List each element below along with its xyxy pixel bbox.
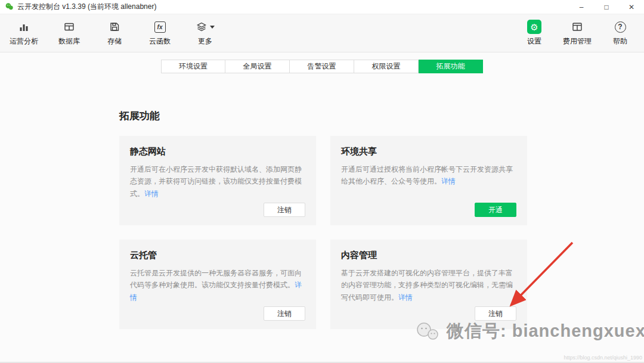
toolbar-item-label: 云函数 (149, 36, 171, 46)
database-icon (63, 20, 75, 34)
card-actions: 注销 (341, 306, 516, 321)
minimize-button[interactable]: – (569, 0, 594, 14)
cloud-function-icon: fx (154, 20, 166, 34)
cloud-run-deactivate-button[interactable]: 注销 (264, 306, 305, 321)
page-title: 拓展功能 (119, 109, 644, 123)
titlebar: 云开发控制台 v1.3.39 (当前环境 allenabner) – □ ✕ (0, 0, 644, 14)
details-link[interactable]: 详情 (144, 190, 159, 198)
toolbar-item-label: 数据库 (58, 36, 80, 46)
toolbar-item-storage[interactable]: 存储 (99, 20, 130, 46)
toolbar-item-label: 运营分析 (10, 36, 38, 46)
card-title: 静态网站 (130, 146, 305, 157)
card-description: 云托管是云开发提供的一种无服务器容器服务，可面向代码等多种对象使用。该功能仅支持… (130, 267, 305, 303)
toolbar-item-label: 费用管理 (563, 36, 592, 46)
feature-cards: 静态网站 开通后可在小程序云开发中获得默认域名、添加网页静态资源，并获得可访问链… (119, 136, 644, 329)
close-button[interactable]: ✕ (619, 0, 644, 14)
window-controls: – □ ✕ (569, 0, 644, 14)
feature-card-cloud-run: 云托管 云托管是云开发提供的一种无服务器容器服务，可面向代码等多种对象使用。该功… (119, 240, 316, 329)
toolbar-item-label: 帮助 (613, 36, 627, 46)
card-actions: 注销 (130, 306, 305, 321)
toolbar-item-help[interactable]: ? 帮助 (605, 20, 636, 46)
card-description: 开通后可在小程序云开发中获得默认域名、添加网页静态资源，并获得可访问链接，该功能… (130, 163, 305, 200)
card-title: 内容管理 (341, 250, 516, 261)
toolbar-item-database[interactable]: 数据库 (54, 20, 85, 46)
card-title: 云托管 (130, 250, 305, 261)
window-title: 云开发控制台 v1.3.39 (当前环境 allenabner) (17, 2, 156, 12)
card-description: 基于云开发搭建的可视化的内容管理平台，提供了丰富的内容管理功能，支持多种类型的可… (341, 267, 516, 303)
toolbar-item-settings[interactable]: ⚙ 设置 (519, 20, 550, 46)
app-window: 云开发控制台 v1.3.39 (当前环境 allenabner) – □ ✕ 运… (0, 0, 644, 363)
card-actions: 开通 (341, 203, 516, 217)
wechat-logo-icon (5, 2, 14, 11)
toolbar-item-label: 更多 (198, 36, 212, 46)
card-actions: 注销 (130, 203, 305, 217)
feature-card-cms: 内容管理 基于云开发搭建的可视化的内容管理平台，提供了丰富的内容管理功能，支持多… (330, 240, 527, 329)
details-link[interactable]: 详情 (398, 293, 413, 302)
toolbar-item-label: 设置 (527, 36, 541, 46)
settings-tabs: 环境设置 全局设置 告警设置 权限设置 拓展功能 (0, 60, 644, 73)
layers-icon (196, 20, 215, 34)
toolbar-item-label: 存储 (107, 36, 122, 46)
toolbar: 运营分析 数据库 (0, 14, 644, 52)
maximize-button[interactable]: □ (594, 0, 619, 14)
static-site-deactivate-button[interactable]: 注销 (264, 203, 305, 217)
bar-chart-icon (18, 20, 30, 34)
toolbar-item-cloud-functions[interactable]: fx 云函数 (144, 20, 175, 46)
tab-env-settings[interactable]: 环境设置 (161, 60, 225, 73)
url-watermark: https://blog.csdn.net/qiushi_1990 (564, 355, 642, 361)
feature-card-static-site: 静态网站 开通后可在小程序云开发中获得默认域名、添加网页静态资源，并获得可访问链… (119, 136, 316, 225)
toolbar-item-analytics[interactable]: 运营分析 (8, 20, 39, 46)
chevron-down-icon (210, 26, 215, 29)
card-description: 开通后可通过授权将当前小程序帐号下云开发资源共享给其他小程序、公众号等使用。详情 (341, 163, 516, 188)
details-link[interactable]: 详情 (441, 177, 456, 185)
storage-icon (109, 20, 120, 34)
card-title: 环境共享 (341, 146, 516, 157)
gear-icon: ⚙ (527, 20, 541, 34)
toolbar-item-billing[interactable]: 费用管理 (562, 20, 593, 46)
tab-permission-settings[interactable]: 权限设置 (354, 60, 419, 73)
feature-card-env-sharing: 环境共享 开通后可通过授权将当前小程序帐号下云开发资源共享给其他小程序、公众号等… (330, 136, 527, 225)
toolbar-left-group: 运营分析 数据库 (8, 20, 221, 46)
tab-global-settings[interactable]: 全局设置 (225, 60, 290, 73)
env-sharing-activate-button[interactable]: 开通 (475, 203, 516, 217)
billing-icon (571, 20, 583, 34)
toolbar-item-more[interactable]: 更多 (190, 20, 221, 46)
tab-alert-settings[interactable]: 告警设置 (290, 60, 354, 73)
card-description-text: 基于云开发搭建的可视化的内容管理平台，提供了丰富的内容管理功能，支持多种类型的可… (341, 269, 513, 302)
cms-deactivate-button[interactable]: 注销 (475, 306, 516, 321)
card-description-text: 开通后可通过授权将当前小程序帐号下云开发资源共享给其他小程序、公众号等使用。 (341, 165, 513, 185)
help-icon: ? (615, 20, 626, 34)
toolbar-right-group: ⚙ 设置 费用管理 ? 帮助 (519, 20, 636, 46)
card-description-text: 云托管是云开发提供的一种无服务器容器服务，可面向代码等多种对象使用。该功能仅支持… (130, 269, 302, 289)
tab-extensions[interactable]: 拓展功能 (419, 60, 483, 73)
